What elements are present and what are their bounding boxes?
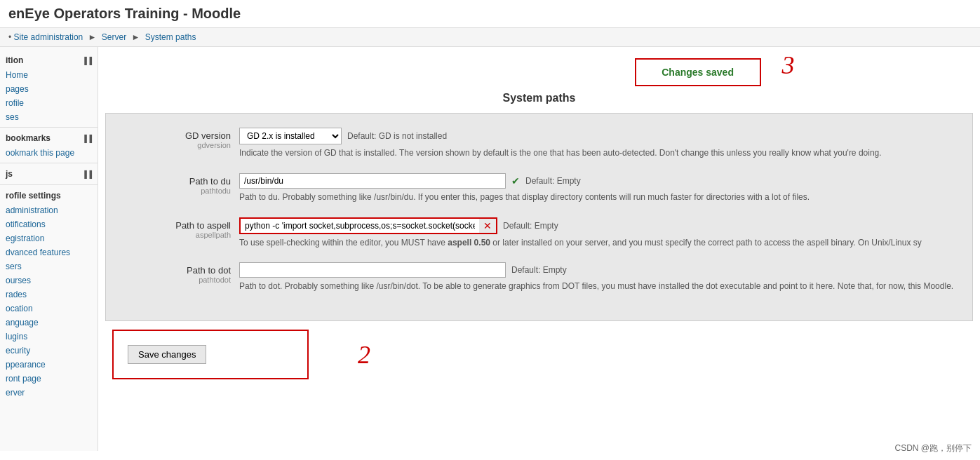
path-dot-sublabel: pathtodot xyxy=(120,276,231,284)
path-aspell-label-col: Path to aspell aspellpath xyxy=(120,217,239,239)
path-aspell-input[interactable] xyxy=(241,219,479,233)
sidebar-item-security[interactable]: ecurity xyxy=(0,344,98,358)
sidebar-item-server[interactable]: erver xyxy=(0,386,98,400)
gd-version-sublabel: gdversion xyxy=(120,141,231,149)
path-dot-label: Path to dot xyxy=(187,265,231,276)
path-du-sublabel: pathtodu xyxy=(120,187,231,195)
sidebar-divider-2 xyxy=(0,163,98,163)
sidebar-section-ition-label: ition xyxy=(6,55,23,65)
path-dot-field-row: Default: Empty xyxy=(239,262,958,278)
form-row-path-aspell: Path to aspell aspellpath ✕ Default: Emp… xyxy=(120,217,958,249)
sidebar-toggle-ition[interactable]: ▐▐ xyxy=(82,57,92,65)
check-icon: ✔ xyxy=(511,175,520,187)
save-changes-button[interactable]: Save changes xyxy=(128,345,206,364)
breadcrumb: • Site administration ► Server ► System … xyxy=(0,28,980,47)
sidebar-item-appearance[interactable]: ppearance xyxy=(0,358,98,372)
save-area: Save changes xyxy=(112,330,309,379)
sidebar-item-courses[interactable]: ourses xyxy=(0,273,98,288)
gd-version-default: Default: GD is not installed xyxy=(347,131,447,141)
form-content: GD version gdversion GD is not installed… xyxy=(105,113,973,321)
path-aspell-help: To use spell-checking within the editor,… xyxy=(239,237,958,249)
path-dot-field-col: Default: Empty Path to dot. Probably som… xyxy=(239,262,958,292)
sidebar-item-users[interactable]: sers xyxy=(0,259,98,273)
gd-version-field-col: GD is not installed GD 1.x is installed … xyxy=(239,128,958,159)
gd-version-field-row: GD is not installed GD 1.x is installed … xyxy=(239,128,958,144)
sidebar-item-registration[interactable]: egistration xyxy=(0,231,98,245)
path-aspell-field-row: ✕ Default: Empty xyxy=(239,217,958,234)
save-area-wrapper: Save changes 2 xyxy=(98,321,980,395)
path-aspell-default: Default: Empty xyxy=(503,221,558,231)
form-row-gd-version: GD version gdversion GD is not installed… xyxy=(120,128,958,159)
sidebar-item-bookmark-page[interactable]: ookmark this page xyxy=(0,146,98,160)
breadcrumb-sep-2: ► xyxy=(132,32,142,42)
sidebar-section-profile-settings: rofile settings xyxy=(0,188,98,203)
app-title: enEye Operators Training - Moodle xyxy=(8,6,972,22)
top-bar: enEye Operators Training - Moodle xyxy=(0,0,980,28)
path-du-input[interactable] xyxy=(239,173,506,189)
page-title-area: System paths xyxy=(98,92,980,113)
changes-saved-area: Changes saved 3 xyxy=(98,47,980,92)
sidebar-item-profile[interactable]: rofile xyxy=(0,96,98,110)
sidebar-item-plugins[interactable]: lugins xyxy=(0,330,98,344)
sidebar-item-language[interactable]: anguage xyxy=(0,316,98,330)
annotation-2: 2 xyxy=(358,340,370,370)
sidebar-section-js: js ▐▐ xyxy=(0,166,98,182)
annotation-3: 3 xyxy=(782,53,795,78)
path-dot-input[interactable] xyxy=(239,262,506,278)
sidebar-toggle-js[interactable]: ▐▐ xyxy=(82,170,92,178)
sidebar-item-ses[interactable]: ses xyxy=(0,110,98,124)
sidebar-js-label: js xyxy=(6,169,13,179)
breadcrumb-server[interactable]: Server xyxy=(102,32,126,42)
path-dot-label-col: Path to dot pathtodot xyxy=(120,262,239,284)
path-dot-default: Default: Empty xyxy=(511,265,567,275)
breadcrumb-separator: • xyxy=(8,32,14,42)
sidebar-section-bookmarks: bookmarks ▐▐ xyxy=(0,130,98,146)
aspell-clear-icon[interactable]: ✕ xyxy=(479,220,496,231)
layout: ition ▐▐ Home pages rofile ses bookmarks… xyxy=(0,47,980,451)
path-du-default: Default: Empty xyxy=(525,176,581,186)
sidebar-item-front-page[interactable]: ront page xyxy=(0,372,98,386)
sidebar-item-grades[interactable]: rades xyxy=(0,288,98,302)
gd-version-help: Indicate the version of GD that is insta… xyxy=(239,147,958,159)
sidebar-divider-3 xyxy=(0,184,98,185)
path-dot-help: Path to dot. Probably something like /us… xyxy=(239,280,958,292)
sidebar-item-pages[interactable]: pages xyxy=(0,82,98,96)
sidebar-item-home[interactable]: Home xyxy=(0,68,98,82)
breadcrumb-site-admin[interactable]: Site administration xyxy=(14,32,83,42)
changes-saved-notification: Changes saved xyxy=(635,58,761,86)
sidebar-divider-1 xyxy=(0,127,98,128)
path-aspell-sublabel: aspellpath xyxy=(120,231,231,239)
path-du-field-col: ✔ Default: Empty Path to du. Probably so… xyxy=(239,173,958,203)
breadcrumb-sep-1: ► xyxy=(88,32,99,42)
breadcrumb-system-paths[interactable]: System paths xyxy=(145,32,196,42)
path-aspell-label: Path to aspell xyxy=(175,220,231,231)
gd-version-label: GD version xyxy=(185,130,231,141)
sidebar-section-ition: ition ▐▐ xyxy=(0,53,98,68)
changes-saved-text: Changes saved xyxy=(662,67,734,78)
aspell-input-wrapper: ✕ xyxy=(239,217,497,234)
path-du-help: Path to du. Probably something like /usr… xyxy=(239,191,958,203)
sidebar-bookmarks-label: bookmarks xyxy=(6,133,51,143)
form-row-path-du: Path to du pathtodu ✔ Default: Empty Pat… xyxy=(120,173,958,203)
path-aspell-field-col: ✕ Default: Empty To use spell-checking w… xyxy=(239,217,958,249)
gd-version-select[interactable]: GD is not installed GD 1.x is installed … xyxy=(239,128,342,144)
gd-version-label-col: GD version gdversion xyxy=(120,128,239,149)
form-row-path-dot: Path to dot pathtodot Default: Empty Pat… xyxy=(120,262,958,292)
sidebar-profile-settings-label: rofile settings xyxy=(6,191,61,201)
sidebar-item-notifications[interactable]: otifications xyxy=(0,217,98,231)
sidebar: ition ▐▐ Home pages rofile ses bookmarks… xyxy=(0,47,98,451)
path-du-label-col: Path to du pathtodu xyxy=(120,173,239,195)
sidebar-item-location[interactable]: ocation xyxy=(0,302,98,316)
main-content: Changes saved 3 System paths GD version … xyxy=(98,47,980,451)
sidebar-toggle-bookmarks[interactable]: ▐▐ xyxy=(82,135,92,142)
path-du-field-row: ✔ Default: Empty xyxy=(239,173,958,189)
watermark: CSDN @跑，别停下 xyxy=(894,442,972,451)
sidebar-item-administration[interactable]: administration xyxy=(0,203,98,217)
page-title: System paths xyxy=(502,92,575,104)
sidebar-item-advanced-features[interactable]: dvanced features xyxy=(0,245,98,259)
path-du-label: Path to du xyxy=(189,176,231,187)
